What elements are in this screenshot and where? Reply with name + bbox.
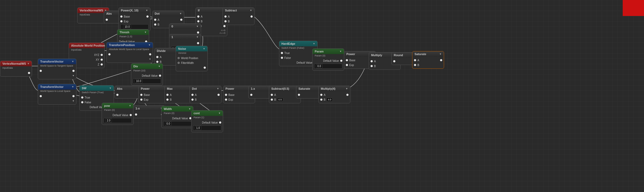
output-pin[interactable] <box>197 42 199 44</box>
param-value-box[interactable]: 0.0 <box>316 64 322 68</box>
node-header-width[interactable]: Width ▼ <box>162 106 193 112</box>
node-header-awp[interactable]: Absolute World Position ▼ <box>69 43 104 48</box>
a-input-pin[interactable] <box>156 56 158 58</box>
node-header-noise[interactable]: Noise ▼ <box>176 46 207 51</box>
exp-pin[interactable] <box>346 64 348 66</box>
expand-icon[interactable]: ▼ <box>149 58 151 60</box>
b-pin[interactable] <box>371 65 373 67</box>
output-pin[interactable] <box>130 114 132 116</box>
output-pin[interactable] <box>340 60 342 62</box>
b-input-pin[interactable] <box>154 23 156 26</box>
a-pin[interactable] <box>371 60 373 62</box>
node-header-dot2[interactable]: Dot ▼ <box>190 86 221 91</box>
false-pin[interactable] <box>281 57 283 59</box>
b-value[interactable]: 4.0 <box>327 98 333 101</box>
node-header-val0[interactable]: 0 ▼ <box>169 24 201 29</box>
a-pin[interactable] <box>166 94 169 96</box>
base-pin[interactable] <box>225 94 227 96</box>
node-header-tp[interactable]: TransformPosition ▼ <box>107 42 153 48</box>
div-value-box[interactable]: 10.0 <box>135 79 142 83</box>
b-input-pin[interactable] <box>156 61 158 63</box>
input-pin[interactable] <box>135 113 137 116</box>
exp-pin[interactable] <box>225 99 227 101</box>
node-header-pow[interactable]: pow ▼ <box>102 103 133 108</box>
a-input-pin[interactable] <box>197 15 199 18</box>
node-header-tv2[interactable]: TransformVector ▼ <box>38 84 76 89</box>
a-pin[interactable] <box>271 94 273 96</box>
output-pin[interactable] <box>146 15 149 18</box>
true-pin[interactable] <box>81 96 83 99</box>
expand-icon[interactable]: ▼ <box>72 100 75 102</box>
b-pin[interactable] <box>271 99 273 101</box>
input-pin[interactable] <box>108 53 110 55</box>
input-pin[interactable] <box>298 94 300 96</box>
b-pin[interactable] <box>166 99 169 101</box>
input-pin[interactable] <box>40 70 42 72</box>
a-pin[interactable] <box>320 94 322 96</box>
output-pin[interactable] <box>180 19 182 21</box>
output-pin[interactable] <box>204 67 206 69</box>
node-param: Param ▼ Param (0) Default Value 0.0 <box>312 48 344 71</box>
node-header-hard-edge[interactable]: HardEdge ▼ <box>279 41 317 46</box>
input-pin[interactable] <box>106 19 108 21</box>
true-label: True <box>85 96 90 99</box>
output-pin[interactable] <box>72 95 75 97</box>
expand-icon[interactable]: ▼ <box>72 74 75 77</box>
b-pin[interactable] <box>320 99 322 101</box>
b-value[interactable]: 0.5 <box>277 98 283 101</box>
node-header-tv1[interactable]: TransformVector ▼ <box>38 59 76 64</box>
node-header-mult4[interactable]: Multiply(4) ▼ <box>319 86 350 91</box>
node-header-param[interactable]: Param ▼ <box>313 49 344 54</box>
a-pin[interactable] <box>414 59 416 61</box>
base-pin[interactable] <box>140 94 142 96</box>
node-header-cont[interactable]: cont ▼ <box>191 111 223 116</box>
exp-input-pin[interactable] <box>120 20 122 22</box>
base-input-pin[interactable] <box>120 15 122 18</box>
width-value-box[interactable]: 0.0 <box>165 122 171 126</box>
node-header-vnws2[interactable]: VertexNormalWS ▼ <box>0 61 32 66</box>
pow-value-box[interactable]: 2.0 <box>105 119 112 122</box>
exp-pin[interactable] <box>140 99 142 101</box>
output-pin[interactable] <box>149 53 151 55</box>
output-pin[interactable] <box>28 72 30 74</box>
a-input-pin[interactable] <box>224 15 227 18</box>
output-pin[interactable] <box>218 94 220 96</box>
node-header-div-param[interactable]: Div ▼ <box>131 64 163 69</box>
input-pin[interactable] <box>393 60 395 62</box>
xyz-pin[interactable] <box>101 54 103 56</box>
base-pin[interactable] <box>346 59 348 61</box>
node-header-val1[interactable]: 1 ▼ <box>169 34 201 40</box>
b-pin[interactable] <box>191 99 194 101</box>
output-pin[interactable] <box>197 31 199 34</box>
input-pin[interactable] <box>116 94 118 96</box>
a-pin[interactable] <box>191 94 194 96</box>
true-pin[interactable] <box>281 52 283 54</box>
input-pin[interactable] <box>250 94 252 96</box>
node-header-subtract[interactable]: Subtract ▼ <box>223 8 254 13</box>
output-pin[interactable] <box>346 94 348 96</box>
node-header-power-x10[interactable]: Power(X, 10) ▼ <box>119 8 150 13</box>
output-pin[interactable] <box>72 70 75 72</box>
b-pin[interactable] <box>414 64 416 66</box>
z-pin[interactable] <box>101 63 103 66</box>
fw-pin[interactable] <box>178 62 180 64</box>
output-pin[interactable] <box>251 15 253 18</box>
cont-value-box[interactable]: 1.0 <box>195 126 201 130</box>
exp-value-box[interactable]: 10.0 <box>123 25 131 29</box>
xy-pin[interactable] <box>101 59 103 61</box>
node-header-sw[interactable]: SW ▼ <box>80 85 114 91</box>
a-lt-b-pin[interactable] <box>223 25 225 27</box>
output-pin[interactable] <box>219 121 221 124</box>
node-header-saturate-out[interactable]: Saturate ▼ <box>412 51 444 57</box>
b-input-pin[interactable] <box>224 20 227 22</box>
node-header-dot-1[interactable]: Dot ▼ <box>153 11 184 16</box>
node-header-thresh[interactable]: Thresh ▼ <box>117 30 149 35</box>
false-pin[interactable] <box>81 101 83 103</box>
wp-pin[interactable] <box>178 57 180 59</box>
b-input-pin[interactable] <box>197 20 199 22</box>
a-input-pin[interactable] <box>154 19 156 21</box>
output-pin[interactable] <box>440 59 442 61</box>
node-header-1mx1[interactable]: 1-x ▼ <box>133 106 165 111</box>
output-pin[interactable] <box>159 75 161 77</box>
input-pin[interactable] <box>40 95 42 97</box>
